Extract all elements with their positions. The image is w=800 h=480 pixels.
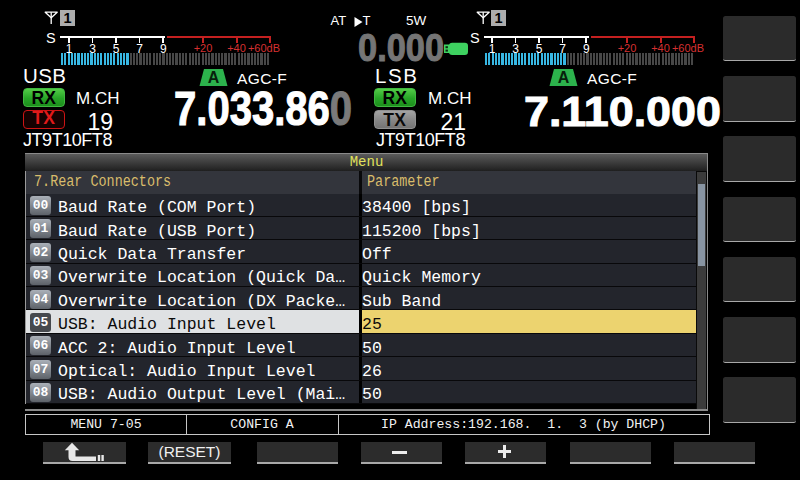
svg-text:A: A	[558, 69, 570, 86]
